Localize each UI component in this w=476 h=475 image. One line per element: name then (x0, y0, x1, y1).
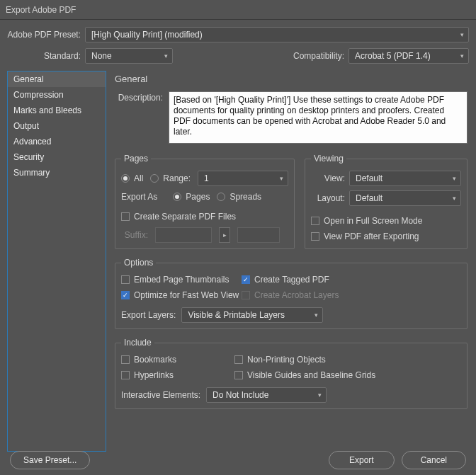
window-title: Export Adobe PDF (0, 0, 476, 20)
radio-off-icon (217, 193, 225, 201)
interactive-elements-dropdown[interactable]: Do Not Include ▾ (206, 387, 327, 403)
export-as-pages-label: Pages (186, 192, 210, 202)
acrobat-layers-label: Create Acrobat Layers (254, 290, 339, 300)
checkbox-disabled-icon (242, 291, 250, 299)
range-value: 1 (204, 173, 209, 183)
checkbox-off-icon (121, 355, 130, 364)
suffix-label: Suffix: (121, 230, 148, 240)
standard-dropdown[interactable]: None ▾ (85, 48, 173, 64)
chevron-down-icon: ▾ (447, 195, 456, 202)
sidebar-item-output[interactable]: Output (8, 118, 106, 134)
bookmarks-label: Bookmarks (134, 355, 176, 365)
preset-dropdown[interactable]: [High Quality Print] (modified) ▾ (85, 27, 469, 42)
pages-legend: Pages (121, 154, 151, 164)
pages-range-radio[interactable]: Range: (150, 173, 191, 183)
viewing-group: Viewing View: Default ▾ Layout: Default … (305, 154, 468, 249)
checkbox-off-icon (121, 371, 130, 379)
include-legend: Include (121, 338, 154, 348)
export-layers-value: Visible & Printable Layers (188, 310, 285, 320)
optimize-checkbox[interactable]: Optimize for Fast Web View (121, 290, 242, 300)
sidebar-item-general[interactable]: General (8, 71, 106, 87)
checkbox-off-icon (234, 355, 243, 364)
checkbox-off-icon (234, 371, 243, 379)
acrobat-layers-checkbox: Create Acrobat Layers (242, 290, 461, 300)
options-legend: Options (121, 258, 156, 268)
suffix-spin: ▸ (219, 227, 230, 243)
standard-value: None (91, 51, 112, 61)
view-dropdown[interactable]: Default ▾ (349, 171, 461, 186)
export-as-spreads-label: Spreads (230, 192, 261, 202)
chevron-down-icon: ▾ (312, 391, 322, 399)
range-input[interactable]: 1 ▾ (198, 171, 288, 186)
view-after-label: View PDF after Exporting (324, 231, 419, 241)
export-button[interactable]: Export (329, 451, 395, 469)
export-as-spreads-radio[interactable]: Spreads (217, 192, 261, 202)
view-label: View: (311, 173, 349, 183)
chevron-down-icon: ▾ (447, 175, 456, 182)
view-value: Default (356, 173, 382, 183)
standard-label: Standard: (6, 51, 85, 61)
preset-value: [High Quality Print] (modified) (91, 30, 203, 40)
description-label: Description: (115, 91, 169, 144)
layout-dropdown[interactable]: Default ▾ (349, 190, 461, 206)
visible-guides-checkbox[interactable]: Visible Guides and Baseline Grids (234, 370, 461, 380)
checkbox-off-icon (121, 275, 130, 284)
preset-label: Adobe PDF Preset: (6, 30, 85, 40)
hyperlinks-checkbox[interactable]: Hyperlinks (121, 370, 234, 380)
embed-thumbnails-checkbox[interactable]: Embed Page Thumbnails (121, 275, 242, 285)
checkbox-off-icon (311, 232, 319, 241)
chevron-down-icon: ▾ (159, 52, 168, 59)
chevron-down-icon: ▾ (309, 311, 318, 319)
embed-thumbnails-label: Embed Page Thumbnails (134, 275, 230, 285)
interactive-elements-value: Do Not Include (212, 390, 268, 400)
sidebar-item-marks-bleeds[interactable]: Marks and Bleeds (8, 103, 106, 118)
visible-guides-label: Visible Guides and Baseline Grids (247, 370, 375, 380)
radio-on-icon (173, 193, 181, 201)
cancel-button[interactable]: Cancel (402, 451, 466, 469)
pages-all-radio[interactable]: All (121, 173, 143, 183)
create-tagged-label: Create Tagged PDF (254, 275, 329, 285)
sidebar-item-summary[interactable]: Summary (8, 165, 106, 181)
nonprinting-label: Non-Printing Objects (247, 355, 326, 365)
radio-off-icon (150, 174, 159, 183)
export-layers-dropdown[interactable]: Visible & Printable Layers ▾ (181, 307, 323, 323)
export-as-label: Export As (121, 192, 157, 202)
pages-all-label: All (134, 173, 143, 183)
save-preset-button[interactable]: Save Preset... (10, 451, 90, 469)
nonprinting-checkbox[interactable]: Non-Printing Objects (234, 355, 461, 365)
view-after-checkbox[interactable]: View PDF after Exporting (311, 231, 419, 241)
panel-title: General (115, 74, 468, 91)
bookmarks-checkbox[interactable]: Bookmarks (121, 355, 234, 365)
compatibility-label: Compatibility: (173, 51, 348, 61)
hyperlinks-label: Hyperlinks (134, 370, 174, 380)
create-tagged-checkbox[interactable]: Create Tagged PDF (242, 275, 461, 285)
layout-value: Default (356, 193, 382, 203)
radio-on-icon (121, 174, 130, 183)
suffix-input (155, 227, 212, 243)
checkbox-off-icon (311, 217, 319, 225)
export-layers-label: Export Layers: (121, 310, 176, 320)
create-separate-checkbox[interactable]: Create Separate PDF Files (121, 212, 236, 222)
description-textarea[interactable]: [Based on '[High Quality Print]'] Use th… (169, 91, 468, 144)
chevron-down-icon: ▾ (274, 175, 283, 182)
fullscreen-label: Open in Full Screen Mode (324, 216, 422, 226)
viewing-legend: Viewing (311, 154, 346, 164)
sidebar-item-advanced[interactable]: Advanced (8, 134, 106, 149)
compatibility-value: Acrobat 5 (PDF 1.4) (355, 51, 431, 61)
compatibility-dropdown[interactable]: Acrobat 5 (PDF 1.4) ▾ (348, 48, 469, 64)
create-separate-label: Create Separate PDF Files (134, 212, 236, 222)
export-as-pages-radio[interactable]: Pages (173, 192, 210, 202)
interactive-elements-label: Interactive Elements: (121, 390, 200, 400)
options-group: Options Embed Page Thumbnails Create Tag… (115, 258, 468, 329)
checkbox-off-icon (121, 212, 130, 221)
pages-range-label: Range: (163, 173, 191, 183)
category-sidebar: General Compression Marks and Bleeds Out… (7, 71, 106, 452)
suffix-preview (237, 227, 280, 243)
checkbox-on-icon (242, 275, 250, 284)
layout-label: Layout: (311, 193, 349, 203)
sidebar-item-compression[interactable]: Compression (8, 87, 106, 103)
fullscreen-checkbox[interactable]: Open in Full Screen Mode (311, 216, 422, 226)
pages-group: Pages All Range: 1 ▾ Ex (115, 154, 295, 249)
checkbox-on-icon (121, 291, 130, 299)
sidebar-item-security[interactable]: Security (8, 149, 106, 165)
